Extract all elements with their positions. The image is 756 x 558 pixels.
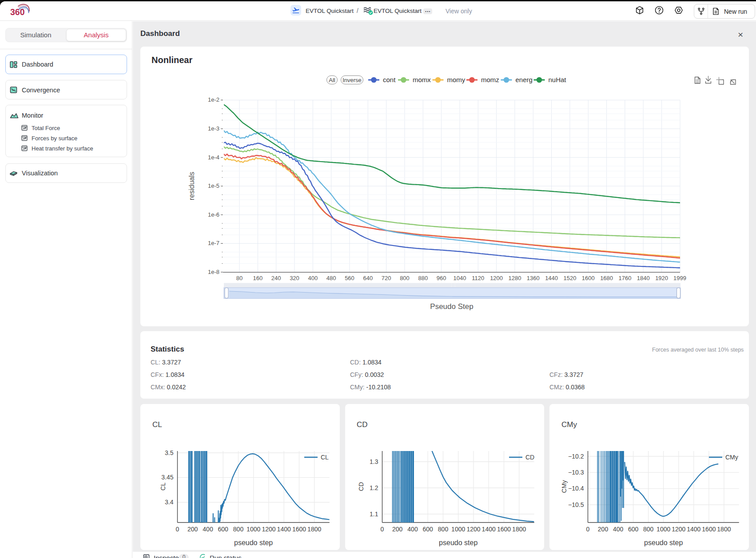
svg-text:1000: 1000: [657, 526, 670, 533]
svg-text:600: 600: [218, 526, 229, 533]
svg-text:600: 600: [423, 526, 434, 533]
svg-text:800: 800: [400, 275, 410, 281]
svg-text:⋮⋮: ⋮⋮: [450, 283, 457, 287]
svg-text:1280: 1280: [508, 275, 521, 281]
svg-text:1600: 1600: [497, 526, 511, 533]
svg-text:1000: 1000: [247, 526, 260, 533]
svg-text:1360: 1360: [527, 275, 540, 281]
svg-text:1800: 1800: [307, 526, 321, 533]
svg-text:480: 480: [326, 275, 336, 281]
svg-text:200: 200: [598, 526, 609, 533]
svg-text:1e-4: 1e-4: [208, 154, 219, 161]
svg-text:momy: momy: [447, 76, 466, 83]
svg-text:1800: 1800: [512, 526, 526, 533]
svg-text:CD: CD: [358, 482, 365, 491]
svg-text:CL: CL: [159, 483, 167, 491]
svg-text:1.3: 1.3: [370, 458, 378, 465]
svg-text:pseudo step: pseudo step: [439, 539, 477, 546]
svg-text:1e-3: 1e-3: [208, 125, 219, 132]
svg-text:−10.5: −10.5: [568, 501, 584, 508]
svg-text:1.2: 1.2: [370, 484, 378, 491]
svg-text:1200: 1200: [262, 526, 275, 533]
svg-text:1400: 1400: [482, 526, 496, 533]
svg-text:CL: CL: [321, 454, 329, 461]
svg-text:400: 400: [308, 275, 318, 281]
svg-text:1000: 1000: [451, 526, 465, 533]
svg-text:880: 880: [418, 275, 428, 281]
svg-text:residuals: residuals: [188, 172, 195, 200]
svg-text:−10.3: −10.3: [568, 469, 584, 476]
svg-text:3.5: 3.5: [165, 449, 174, 456]
svg-text:1e-8: 1e-8: [208, 269, 219, 275]
svg-text:0: 0: [381, 526, 384, 533]
svg-text:Pseudo Step: Pseudo Step: [430, 302, 473, 311]
svg-text:560: 560: [345, 275, 354, 281]
svg-text:0: 0: [586, 526, 590, 533]
svg-text:1680: 1680: [600, 275, 613, 281]
svg-text:800: 800: [233, 526, 244, 533]
svg-text:momx: momx: [413, 76, 431, 83]
svg-text:CD: CD: [525, 454, 534, 461]
svg-text:1200: 1200: [672, 526, 685, 533]
svg-text:nuHat: nuHat: [549, 76, 567, 83]
svg-text:400: 400: [613, 526, 624, 533]
svg-text:3.4: 3.4: [165, 499, 174, 506]
svg-text:1e-2: 1e-2: [208, 96, 219, 103]
svg-text:600: 600: [628, 526, 639, 533]
svg-text:1.1: 1.1: [370, 511, 378, 518]
svg-text:640: 640: [363, 275, 373, 281]
svg-text:1920: 1920: [655, 275, 668, 281]
svg-text:160: 160: [253, 275, 263, 281]
svg-text:1400: 1400: [277, 526, 291, 533]
svg-text:pseudo step: pseudo step: [234, 539, 273, 546]
svg-text:0: 0: [176, 526, 179, 533]
svg-text:1400: 1400: [687, 526, 700, 533]
svg-text:80: 80: [236, 275, 243, 281]
svg-text:720: 720: [382, 275, 391, 281]
svg-text:960: 960: [437, 275, 446, 281]
svg-text:energ: energ: [516, 76, 533, 83]
svg-text:800: 800: [438, 526, 449, 533]
svg-text:1600: 1600: [582, 275, 595, 281]
svg-text:200: 200: [187, 526, 198, 533]
svg-text:CMy: CMy: [561, 480, 568, 493]
svg-text:1040: 1040: [454, 275, 466, 281]
svg-text:320: 320: [290, 275, 299, 281]
svg-text:240: 240: [271, 275, 281, 281]
svg-text:momz: momz: [481, 76, 499, 83]
svg-text:3.45: 3.45: [161, 474, 173, 481]
svg-text:−10.2: −10.2: [568, 453, 584, 460]
svg-text:1999: 1999: [673, 275, 686, 281]
svg-text:pseudo step: pseudo step: [644, 539, 683, 546]
svg-text:1760: 1760: [618, 275, 631, 281]
svg-text:1800: 1800: [717, 526, 731, 533]
svg-text:1600: 1600: [702, 526, 716, 533]
svg-text:1e-6: 1e-6: [208, 211, 219, 218]
svg-text:1840: 1840: [637, 275, 650, 281]
svg-text:−10.4: −10.4: [568, 485, 584, 492]
svg-text:1600: 1600: [292, 526, 306, 533]
svg-text:200: 200: [392, 526, 403, 533]
svg-text:400: 400: [203, 526, 213, 533]
svg-text:1200: 1200: [490, 275, 503, 281]
svg-text:cont: cont: [383, 76, 396, 83]
svg-text:CMy: CMy: [725, 454, 738, 461]
svg-text:400: 400: [407, 526, 418, 533]
svg-text:1e-5: 1e-5: [208, 182, 219, 189]
svg-text:1120: 1120: [472, 275, 484, 281]
svg-text:1e-7: 1e-7: [208, 240, 219, 246]
svg-text:1520: 1520: [563, 275, 576, 281]
svg-text:800: 800: [643, 526, 654, 533]
svg-text:1200: 1200: [466, 526, 480, 533]
svg-text:1440: 1440: [545, 275, 558, 281]
